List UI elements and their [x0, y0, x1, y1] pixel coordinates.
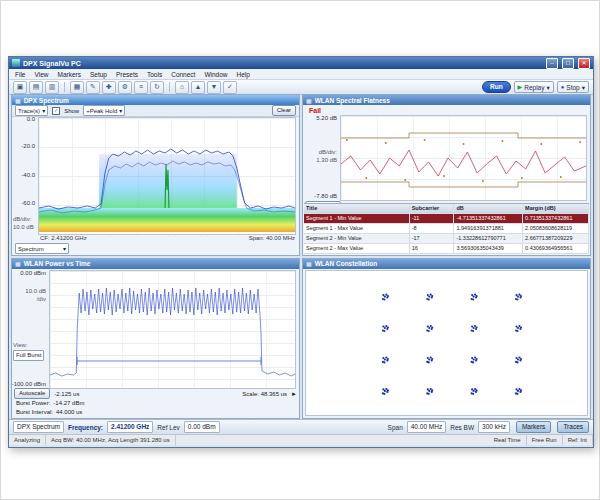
- traces-button[interactable]: Traces: [557, 421, 589, 433]
- maximize-button[interactable]: □: [562, 58, 574, 69]
- y-tick: -40.0: [21, 172, 35, 178]
- minimize-button[interactable]: –: [546, 58, 558, 69]
- flatness-panel-title: WLAN Spectral Flatness: [315, 97, 390, 104]
- panel-dpx-spectrum: ▦ DPX Spectrum Trace(s) ▾ ✓ Show +Peak H…: [11, 94, 300, 256]
- constellation-panel-header[interactable]: ▦ WLAN Constellation: [303, 259, 590, 269]
- settings-icon[interactable]: ⚙: [118, 81, 132, 94]
- chevron-down-icon: ▾: [546, 83, 549, 92]
- table-row[interactable]: Segment 1 - Max Value -8 1.9491639137188…: [304, 224, 589, 234]
- show-checkbox[interactable]: ✓: [52, 107, 60, 115]
- trace-select[interactable]: Trace(s) ▾: [15, 105, 48, 116]
- peak-hold-select[interactable]: +Peak Hold ▾: [83, 105, 125, 116]
- pvt-icon: ▦: [15, 260, 21, 267]
- refresh-icon[interactable]: ↻: [150, 81, 164, 94]
- panel-constellation: ▦ WLAN Constellation: [302, 258, 591, 420]
- dpx-panel-header[interactable]: ▦ DPX Spectrum: [12, 95, 299, 105]
- pvt-scale-row: Autoscale -2.125 us Scale: 48.365 us ►: [14, 389, 297, 399]
- add-icon[interactable]: ✚: [102, 81, 116, 94]
- y-max-label: 0.00 dBm: [20, 270, 46, 276]
- dpx-plot[interactable]: [38, 117, 296, 235]
- check-icon[interactable]: ✓: [223, 81, 237, 94]
- constellation-panel-title: WLAN Constellation: [315, 260, 377, 267]
- menu-file[interactable]: File: [15, 71, 25, 78]
- cell-subcarrier: -8: [410, 224, 455, 233]
- cell-margin: 0.71351337432861: [523, 214, 589, 223]
- right-arrow-icon[interactable]: ►: [291, 391, 297, 397]
- display-area: ▦ DPX Spectrum Trace(s) ▾ ✓ Show +Peak H…: [11, 94, 591, 419]
- rbw-value[interactable]: 300 kHz: [478, 421, 510, 433]
- toolbar: ▣ ▤ ▥ ▦ ✎ ✚ ⚙ ≡ ↻ ⌂ ▲ ▼ ✓ Run ▶ Replay ▾…: [9, 80, 593, 95]
- menu-icon[interactable]: ≡: [134, 81, 148, 94]
- acquisition-controls: Run ▶ Replay ▾ ● Stop ▾: [482, 81, 589, 93]
- open-icon[interactable]: ▤: [29, 81, 43, 94]
- frequency-value[interactable]: 2.41200 GHz: [107, 421, 153, 433]
- table-row[interactable]: Segment 1 - Min Value -11 -4.71351337432…: [304, 214, 589, 224]
- replay-label: Replay: [524, 83, 544, 92]
- menu-markers[interactable]: Markers: [57, 71, 80, 78]
- col-title[interactable]: Title: [304, 204, 410, 213]
- span-value[interactable]: 40.00 MHz: [407, 421, 446, 433]
- y-max-label: 5.20 dB: [316, 115, 337, 121]
- table-row[interactable]: Segment 2 - Max Value 16 3.5693063504343…: [304, 244, 589, 254]
- constellation-plot[interactable]: [305, 270, 588, 417]
- menu-bar: File View Markers Setup Presets Tools Co…: [9, 69, 593, 80]
- x-start-readout: -2.125 us: [54, 391, 79, 397]
- mode-status: Real Time: [489, 435, 527, 445]
- menu-tools[interactable]: Tools: [147, 71, 162, 78]
- run-button[interactable]: Run: [482, 81, 511, 93]
- acquisition-readout: Acq BW: 40.00 MHz, Acq Length 391.280 us: [46, 435, 176, 445]
- toolbar-separator: [64, 82, 65, 92]
- preset-icon[interactable]: ▣: [13, 81, 27, 94]
- ref-level-value[interactable]: 0.00 dBm: [184, 421, 220, 433]
- table-row[interactable]: Segment 2 - Min Value -17 -1.33228612790…: [304, 234, 589, 244]
- replay-button[interactable]: ▶ Replay ▾: [514, 81, 554, 93]
- menu-setup[interactable]: Setup: [90, 71, 107, 78]
- pvt-plot[interactable]: [49, 270, 296, 389]
- ref-level-label: Ref Lev: [157, 424, 179, 431]
- peak-hold-label: +Peak Hold: [86, 107, 117, 115]
- menu-view[interactable]: View: [34, 71, 48, 78]
- dpx-y-axis: 0.0 -20.0 -40.0 -60.0 dB/div: 10.0 dB: [12, 117, 37, 233]
- autoscale-button[interactable]: Autoscale: [14, 388, 50, 399]
- displays-icon[interactable]: ▦: [70, 81, 84, 94]
- menu-help[interactable]: Help: [237, 71, 250, 78]
- col-subcarrier[interactable]: Subcarrier: [410, 204, 455, 213]
- show-label: Show: [64, 108, 79, 114]
- stop-button[interactable]: ● Stop ▾: [557, 81, 589, 93]
- up-icon[interactable]: ▲: [191, 81, 205, 94]
- flatness-plot[interactable]: [340, 115, 587, 201]
- panel-spectral-flatness: ▦ WLAN Spectral Flatness Fail 5.20 dB dB…: [302, 94, 591, 256]
- play-icon: ▶: [518, 83, 523, 92]
- col-db[interactable]: dB: [454, 204, 523, 213]
- pvt-panel-header[interactable]: ▦ WLAN Power vs Time: [12, 259, 299, 269]
- col-margin[interactable]: Margin (dB): [523, 204, 589, 213]
- window-title: DPX SignalVu PC: [23, 60, 542, 67]
- cell-subcarrier: -11: [410, 214, 455, 223]
- edit-icon[interactable]: ✎: [86, 81, 100, 94]
- markers-button[interactable]: Markers: [516, 421, 551, 433]
- save-icon[interactable]: ▥: [45, 81, 59, 94]
- menu-window[interactable]: Window: [204, 71, 227, 78]
- flatness-upper-limit: [341, 133, 586, 138]
- app-window: DPX SignalVu PC – □ ✕ File View Markers …: [8, 56, 594, 448]
- view-select[interactable]: Full Burst: [13, 350, 44, 361]
- flatness-panel-header[interactable]: ▦ WLAN Spectral Flatness: [303, 95, 590, 105]
- down-icon[interactable]: ▼: [207, 81, 221, 94]
- scale-readout: Scale: 48.365 us: [242, 391, 287, 397]
- menu-presets[interactable]: Presets: [116, 71, 138, 78]
- menu-connect[interactable]: Connect: [171, 71, 195, 78]
- measurement-name[interactable]: DPX Spectrum: [13, 421, 64, 433]
- home-icon[interactable]: ⌂: [175, 81, 189, 94]
- pvt-y-axis: 0.00 dBm 10.0 dB /div View: Full Burst -…: [12, 270, 48, 387]
- chevron-down-icon: ▾: [63, 245, 66, 253]
- cell-margin: 2.66771387209229: [523, 234, 589, 243]
- span-label: Span: [388, 424, 403, 431]
- display-selector[interactable]: Spectrum ▾: [15, 243, 69, 254]
- status-bar: Analyzing Acq BW: 40.00 MHz, Acq Length …: [9, 434, 593, 445]
- cell-margin: 0.43069364956561: [523, 244, 589, 253]
- cell-subcarrier: -17: [410, 234, 455, 243]
- clear-button[interactable]: Clear: [272, 105, 296, 116]
- db-div-label: dB/div:: [319, 149, 337, 155]
- close-button[interactable]: ✕: [578, 58, 590, 69]
- cell-title: Segment 1 - Min Value: [304, 214, 410, 223]
